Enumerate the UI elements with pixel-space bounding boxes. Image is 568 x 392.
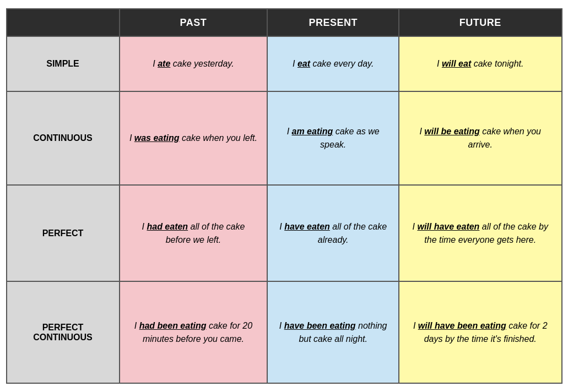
cell-content-perfect-continuous-present: I have been eating nothing but cake all … [277, 319, 390, 346]
cell-simple-past: I ate cake yesterday. [120, 36, 268, 91]
cell-perfect-continuous-past: I had been eating cake for 20 minutes be… [120, 281, 268, 383]
cell-continuous-future: I will be eating cake when you arrive. [399, 91, 562, 185]
table-row: PERFECT CONTINUOUS I had been eating cak… [7, 281, 562, 383]
cell-content-perfect-continuous-future: I will have been eating cake for 2 days … [408, 319, 553, 346]
header-present: PRESENT [267, 9, 399, 36]
cell-content-continuous-future: I will be eating cake when you arrive. [408, 125, 553, 151]
cell-perfect-past: I had eaten all of the cake before we le… [120, 185, 268, 281]
cell-content-perfect-present: I have eaten all of the cake already. [277, 220, 390, 247]
row-label-simple: SIMPLE [7, 36, 120, 91]
cell-perfect-present: I have eaten all of the cake already. [267, 185, 399, 281]
table-row: PERFECT I had eaten all of the cake befo… [7, 185, 562, 281]
cell-continuous-past: I was eating cake when you left. [120, 91, 268, 185]
header-past: PAST [120, 9, 268, 36]
cell-content-simple-present: I eat cake every day. [277, 57, 390, 70]
cell-content-simple-future: I will eat cake tonight. [408, 57, 553, 70]
cell-perfect-continuous-present: I have been eating nothing but cake all … [267, 281, 399, 383]
cell-content-continuous-present: I am eating cake as we speak. [277, 125, 390, 151]
cell-simple-future: I will eat cake tonight. [399, 36, 562, 91]
cell-content-perfect-past: I had eaten all of the cake before we le… [129, 220, 258, 247]
cell-content-perfect-continuous-past: I had been eating cake for 20 minutes be… [129, 319, 258, 346]
grammar-tense-table: PAST PRESENT FUTURE SIMPLE I ate cake ye… [6, 8, 562, 384]
cell-content-perfect-future: I will have eaten all of the cake by the… [408, 220, 553, 247]
cell-simple-present: I eat cake every day. [267, 36, 399, 91]
cell-perfect-continuous-future: I will have been eating cake for 2 days … [399, 281, 562, 383]
table-row: CONTINUOUS I was eating cake when you le… [7, 91, 562, 185]
cell-content-continuous-past: I was eating cake when you left. [129, 132, 258, 145]
cell-content-simple-past: I ate cake yesterday. [129, 57, 258, 70]
cell-perfect-future: I will have eaten all of the cake by the… [399, 185, 562, 281]
table-row: SIMPLE I ate cake yesterday. I eat cake … [7, 36, 562, 91]
row-label-perfect: PERFECT [7, 185, 120, 281]
header-empty [7, 9, 120, 36]
header-future: FUTURE [399, 9, 562, 36]
row-label-continuous: CONTINUOUS [7, 91, 120, 185]
cell-continuous-present: I am eating cake as we speak. [267, 91, 399, 185]
row-label-perfect-continuous: PERFECT CONTINUOUS [7, 281, 120, 383]
